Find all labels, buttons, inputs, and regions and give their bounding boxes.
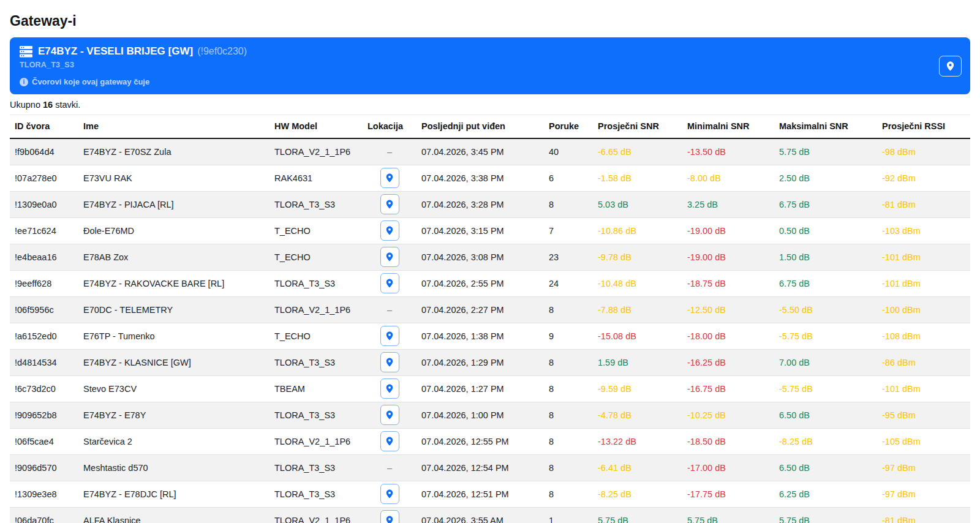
map-pin-icon	[385, 279, 394, 288]
node-name-cell: E73VU RAK	[78, 165, 270, 191]
location-pin-button[interactable]	[380, 247, 399, 267]
map-pin-icon	[385, 516, 394, 523]
node-id-cell: !d4814534	[10, 349, 78, 375]
location-cell	[363, 402, 417, 428]
col-name: Ime	[78, 115, 270, 139]
col-messages: Poruke	[544, 115, 593, 139]
location-cell: –	[363, 296, 417, 323]
avg-snr-cell: 5.03 dB	[593, 191, 682, 217]
avg-snr-cell: -10.86 dB	[593, 217, 682, 244]
location-pin-button[interactable]	[380, 220, 399, 241]
max-snr-cell: 7.00 dB	[774, 349, 877, 375]
max-snr-cell: 2.50 dB	[774, 165, 877, 191]
location-cell	[363, 428, 417, 454]
node-id-cell: !9096d570	[10, 454, 78, 481]
messages-cell: 24	[544, 270, 593, 296]
messages-cell: 8	[544, 191, 593, 217]
location-pin-button[interactable]	[380, 378, 399, 399]
location-cell	[363, 375, 417, 402]
messages-cell: 7	[544, 217, 593, 244]
min-snr-cell: -17.75 dB	[682, 481, 774, 507]
col-avg-rssi: Prosječni RSSI	[877, 115, 970, 139]
messages-cell: 8	[544, 402, 593, 428]
hw-model-cell: TLORA_T3_S3	[270, 191, 363, 217]
location-pin-button[interactable]	[380, 194, 399, 214]
node-id-cell: !909652b8	[10, 402, 78, 428]
messages-cell: 8	[544, 428, 593, 454]
location-pin-button[interactable]	[380, 510, 399, 523]
hw-model-cell: T_ECHO	[270, 323, 363, 349]
node-name-cell: E74BYZ - E70SZ Zula	[78, 138, 270, 165]
location-cell	[363, 349, 417, 375]
avg-rssi-cell: -81 dBm	[877, 507, 970, 523]
messages-cell: 40	[544, 138, 593, 165]
summary-prefix: Ukupno	[10, 100, 43, 110]
last-seen-cell: 07.04.2026, 3:15 PM	[417, 217, 544, 244]
max-snr-cell: -5.50 dB	[774, 296, 877, 323]
location-pin-button[interactable]	[380, 326, 399, 346]
location-pin-button[interactable]	[380, 484, 399, 504]
messages-cell: 8	[544, 296, 593, 323]
location-pin-button[interactable]	[380, 405, 399, 425]
avg-rssi-cell: -101 dBm	[877, 244, 970, 270]
avg-rssi-cell: -100 dBm	[877, 296, 970, 323]
location-cell	[363, 507, 417, 523]
node-id-cell: !06f5cae4	[10, 428, 78, 454]
avg-rssi-cell: -98 dBm	[877, 138, 970, 165]
location-pin-button[interactable]	[380, 431, 399, 451]
location-pin-button[interactable]	[380, 352, 399, 372]
summary-suffix: stavki.	[53, 100, 80, 110]
server-icon	[20, 46, 32, 58]
last-seen-cell: 07.04.2026, 2:27 PM	[417, 296, 544, 323]
col-last-seen: Posljednji put viđen	[417, 115, 544, 139]
hw-model-cell: T_ECHO	[270, 217, 363, 244]
node-name-cell: E74BYZ - E78Y	[78, 402, 270, 428]
min-snr-cell: 3.25 dB	[682, 191, 774, 217]
hw-model-cell: TBEAM	[270, 375, 363, 402]
avg-rssi-cell: -92 dBm	[877, 165, 970, 191]
table-row: !9eeff628 E74BYZ - RAKOVACKE BARE [RL] T…	[10, 270, 970, 296]
node-id-cell: !6c73d2c0	[10, 375, 78, 402]
gateway-location-button[interactable]	[939, 56, 962, 77]
avg-rssi-cell: -108 dBm	[877, 323, 970, 349]
min-snr-cell: -13.50 dB	[682, 138, 774, 165]
last-seen-cell: 07.04.2026, 1:27 PM	[417, 375, 544, 402]
table-row: !07a278e0 E73VU RAK RAK4631 07.04.2026, …	[10, 165, 970, 191]
avg-snr-cell: 5.75 dB	[593, 507, 682, 523]
avg-snr-cell: 1.59 dB	[593, 349, 682, 375]
min-snr-cell: -19.00 dB	[682, 244, 774, 270]
avg-rssi-cell: -101 dBm	[877, 375, 970, 402]
node-id-cell: !1309e3e8	[10, 481, 78, 507]
gateway-info-text: Čvorovi koje ovaj gateway čuje	[32, 77, 149, 86]
map-pin-icon	[385, 252, 394, 262]
avg-snr-cell: -13.22 dB	[593, 428, 682, 454]
max-snr-cell: -8.25 dB	[774, 428, 877, 454]
messages-cell: 8	[544, 481, 593, 507]
table-row: !f9b064d4 E74BYZ - E70SZ Zula TLORA_V2_1…	[10, 138, 970, 165]
info-icon: i	[20, 78, 28, 86]
avg-snr-cell: -6.65 dB	[593, 138, 682, 165]
last-seen-cell: 07.04.2026, 1:38 PM	[417, 323, 544, 349]
table-row: !a6152ed0 E76TP - Tumenko T_ECHO 07.04.2…	[10, 323, 970, 349]
node-id-cell: !ee71c624	[10, 217, 78, 244]
map-pin-icon	[385, 410, 394, 420]
min-snr-cell: -18.00 dB	[682, 323, 774, 349]
page-title: Gateway-i	[10, 13, 970, 29]
hw-model-cell: RAK4631	[270, 165, 363, 191]
node-id-cell: !f9b064d4	[10, 138, 78, 165]
node-id-cell: !07a278e0	[10, 165, 78, 191]
location-pin-button[interactable]	[380, 168, 399, 188]
last-seen-cell: 07.04.2026, 1:29 PM	[417, 349, 544, 375]
hw-model-cell: TLORA_T3_S3	[270, 402, 363, 428]
last-seen-cell: 07.04.2026, 2:55 PM	[417, 270, 544, 296]
location-pin-button[interactable]	[380, 273, 399, 293]
table-body: !f9b064d4 E74BYZ - E70SZ Zula TLORA_V2_1…	[10, 138, 970, 523]
location-cell	[363, 165, 417, 191]
avg-rssi-cell: -101 dBm	[877, 270, 970, 296]
page-container: Gateway-i E74BYZ - VESELI BRIJEG [GW] (!…	[0, 13, 980, 523]
gateway-hw-model: TLORA_T3_S3	[20, 61, 960, 69]
avg-snr-cell: -15.08 dB	[593, 323, 682, 349]
node-id-cell: !a6152ed0	[10, 323, 78, 349]
gateway-title-row: E74BYZ - VESELI BRIJEG [GW] (!9ef0c230)	[20, 44, 960, 59]
map-pin-icon	[385, 226, 394, 235]
